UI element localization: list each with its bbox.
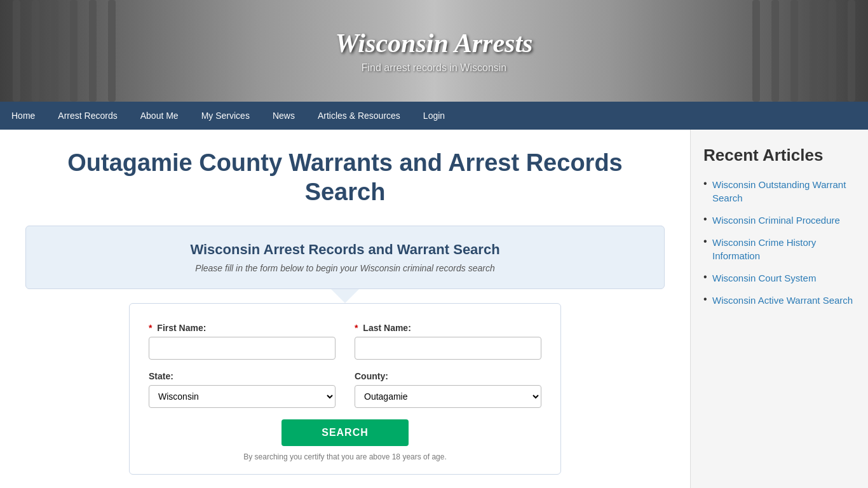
prison-bars-right	[728, 0, 868, 102]
nav-articles-resources[interactable]: Articles & Resources	[306, 102, 412, 130]
nav-my-services[interactable]: My Services	[190, 102, 261, 130]
first-name-label: * First Name:	[149, 323, 336, 333]
article-item-1: Wisconsin Outstanding Warrant Search	[703, 178, 855, 205]
prison-bars-left	[0, 0, 140, 102]
article-item-3: Wisconsin Crime History Information	[703, 236, 855, 262]
required-star-first: *	[149, 323, 152, 333]
main-wrapper: Outagamie County Warrants and Arrest Rec…	[0, 130, 868, 488]
form-disclaimer: By searching you certify that you are ab…	[149, 452, 541, 461]
first-name-group: * First Name:	[149, 323, 336, 360]
article-link-4[interactable]: Wisconsin Court System	[712, 273, 816, 283]
article-link-2[interactable]: Wisconsin Criminal Procedure	[712, 215, 840, 226]
nav-home[interactable]: Home	[0, 102, 46, 130]
search-button[interactable]: SEARCH	[281, 419, 409, 446]
search-box-title: Wisconsin Arrest Records and Warrant Sea…	[45, 241, 645, 258]
sidebar-title: Recent Articles	[703, 146, 855, 165]
name-row: * First Name: * Last Name:	[149, 323, 541, 360]
nav-arrest-records[interactable]: Arrest Records	[46, 102, 128, 130]
county-group: County: Outagamie Milwaukee Dane Waukesh…	[355, 371, 541, 408]
nav-news[interactable]: News	[261, 102, 306, 130]
site-title: Wisconsin Arrests	[336, 28, 533, 58]
last-name-input[interactable]	[355, 337, 541, 360]
county-label: County:	[355, 371, 541, 381]
article-item-4: Wisconsin Court System	[703, 271, 855, 285]
article-link-5[interactable]: Wisconsin Active Warrant Search	[712, 295, 853, 306]
nav-about-me[interactable]: About Me	[129, 102, 190, 130]
recent-articles-list: Wisconsin Outstanding Warrant Search Wis…	[703, 178, 855, 307]
state-group: State: Wisconsin Minnesota Iowa Illinois…	[149, 371, 336, 408]
article-link-1[interactable]: Wisconsin Outstanding Warrant Search	[712, 179, 846, 203]
main-nav: Home Arrest Records About Me My Services…	[0, 102, 868, 130]
search-box-subtitle: Please fill in the form below to begin y…	[45, 263, 645, 273]
search-box-panel: Wisconsin Arrest Records and Warrant Sea…	[25, 226, 665, 289]
search-form: * First Name: * Last Name: State:	[129, 303, 561, 475]
location-row: State: Wisconsin Minnesota Iowa Illinois…	[149, 371, 541, 408]
nav-login[interactable]: Login	[412, 102, 456, 130]
header-text-block: Wisconsin Arrests Find arrest records in…	[336, 28, 533, 74]
site-header: Wisconsin Arrests Find arrest records in…	[0, 0, 868, 102]
sidebar: Recent Articles Wisconsin Outstanding Wa…	[690, 130, 868, 488]
last-name-group: * Last Name:	[355, 323, 541, 360]
site-subtitle: Find arrest records in Wisconsin	[336, 62, 533, 74]
chevron-down-icon	[331, 289, 359, 303]
page-title: Outagamie County Warrants and Arrest Rec…	[25, 149, 665, 207]
required-star-last: *	[355, 323, 358, 333]
county-select[interactable]: Outagamie Milwaukee Dane Waukesha Brown	[355, 385, 541, 408]
content-area: Outagamie County Warrants and Arrest Rec…	[0, 130, 690, 488]
article-item-2: Wisconsin Criminal Procedure	[703, 214, 855, 227]
last-name-label: * Last Name:	[355, 323, 541, 333]
first-name-input[interactable]	[149, 337, 336, 360]
article-item-5: Wisconsin Active Warrant Search	[703, 294, 855, 307]
state-label: State:	[149, 371, 336, 381]
article-link-3[interactable]: Wisconsin Crime History Information	[712, 237, 816, 261]
state-select[interactable]: Wisconsin Minnesota Iowa Illinois Michig…	[149, 385, 336, 408]
